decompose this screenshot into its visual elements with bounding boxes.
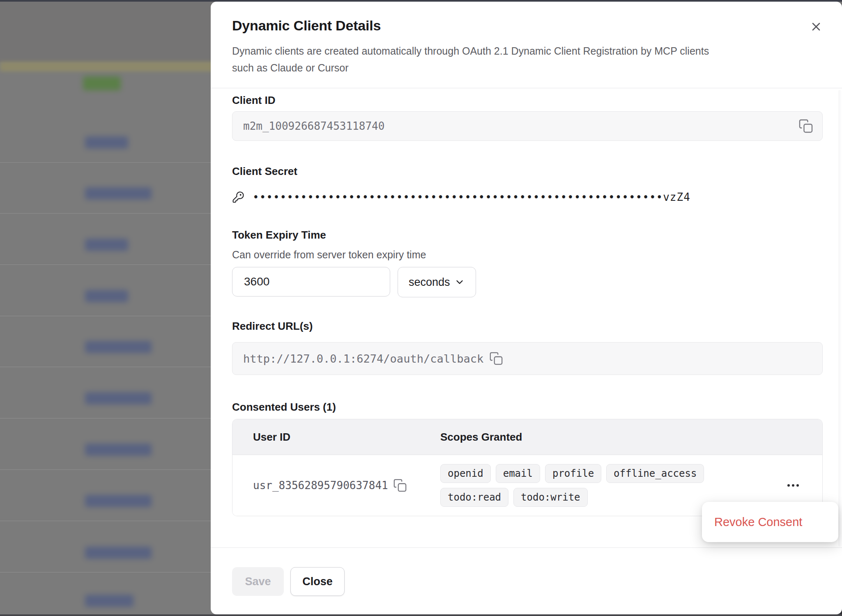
blurred-link bbox=[85, 392, 152, 405]
copy-icon bbox=[393, 478, 407, 492]
dialog-description-line: Dynamic clients are created automaticall… bbox=[232, 43, 823, 60]
dialog-scrollbar[interactable] bbox=[839, 90, 841, 547]
scope-chip: email bbox=[496, 464, 540, 483]
save-button[interactable]: Save bbox=[232, 567, 284, 596]
copy-redirect-url-button[interactable] bbox=[489, 352, 503, 365]
redirect-url-field: http://127.0.0.1:6274/oauth/callback bbox=[232, 342, 823, 375]
redirect-url-value: http://127.0.0.1:6274/oauth/callback bbox=[243, 352, 483, 365]
table-header-row: User ID Scopes Granted bbox=[232, 419, 822, 455]
token-expiry-label: Token Expiry Time bbox=[232, 229, 823, 241]
dialog-description: Dynamic clients are created automaticall… bbox=[232, 43, 823, 76]
blurred-link bbox=[85, 495, 152, 507]
blurred-link bbox=[85, 187, 152, 200]
consented-users-label: Consented Users (1) bbox=[232, 401, 823, 413]
row-divider bbox=[0, 572, 211, 572]
column-header-scopes-granted: Scopes Granted bbox=[440, 431, 711, 444]
token-expiry-unit-select[interactable]: seconds bbox=[398, 267, 476, 297]
dialog-header: Dynamic Client Details Dynamic clients a… bbox=[211, 2, 842, 88]
close-dialog-button[interactable] bbox=[807, 17, 826, 36]
copy-client-id-button[interactable] bbox=[798, 119, 813, 133]
token-expiry-controls: seconds bbox=[232, 267, 823, 297]
close-button[interactable]: Close bbox=[290, 567, 345, 596]
row-divider bbox=[0, 264, 211, 265]
user-id-value: usr_83562895790637841 bbox=[253, 479, 388, 492]
row-divider bbox=[0, 521, 211, 521]
redirect-urls-label: Redirect URL(s) bbox=[232, 320, 823, 332]
scopes-cell: openid email profile offline_access todo… bbox=[440, 464, 711, 507]
row-actions-menu-button[interactable] bbox=[784, 480, 803, 490]
key-icon bbox=[232, 191, 244, 203]
dialog-body: Client ID m2m_100926687453118740 Client … bbox=[211, 94, 842, 516]
row-divider bbox=[0, 213, 211, 214]
client-secret-masked-value[interactable]: ••••••••••••••••••••••••••••••••••••••••… bbox=[253, 191, 690, 203]
row-actions-context-menu: Revoke Consent bbox=[702, 502, 838, 542]
x-icon bbox=[810, 20, 823, 33]
dialog-title: Dynamic Client Details bbox=[232, 16, 823, 34]
chevron-down-icon bbox=[454, 277, 465, 287]
user-id-cell: usr_83562895790637841 bbox=[232, 478, 440, 492]
scope-chip: todo:read bbox=[440, 488, 508, 507]
scope-chip: todo:write bbox=[513, 488, 588, 507]
row-divider bbox=[0, 469, 211, 470]
blurred-status-badge bbox=[83, 76, 121, 90]
secret-mask-dots: ••••••••••••••••••••••••••••••••••••••••… bbox=[253, 191, 663, 203]
blurred-link bbox=[85, 595, 133, 607]
blurred-link bbox=[85, 290, 128, 302]
secret-visible-suffix: vzZ4 bbox=[663, 191, 690, 203]
row-divider bbox=[0, 418, 211, 418]
column-header-user-id: User ID bbox=[232, 431, 440, 444]
copy-icon bbox=[489, 352, 503, 365]
dynamic-client-details-dialog: Dynamic Client Details Dynamic clients a… bbox=[211, 2, 842, 614]
blurred-link bbox=[85, 547, 152, 559]
client-secret-label: Client Secret bbox=[232, 165, 823, 177]
scope-chip: profile bbox=[545, 464, 601, 483]
blurred-link bbox=[85, 341, 152, 353]
row-divider bbox=[0, 162, 211, 163]
token-expiry-helper: Can override from server token expiry ti… bbox=[232, 248, 823, 261]
row-divider bbox=[0, 367, 211, 367]
page-bottom-bar bbox=[0, 614, 842, 616]
client-id-label: Client ID bbox=[232, 94, 823, 106]
client-id-value: m2m_100926687453118740 bbox=[243, 120, 384, 132]
dialog-description-line: such as Claude or Cursor bbox=[232, 60, 823, 76]
copy-icon bbox=[798, 119, 813, 133]
token-expiry-unit-value: seconds bbox=[409, 276, 450, 289]
token-expiry-input[interactable] bbox=[232, 267, 390, 297]
row-divider bbox=[0, 316, 211, 316]
revoke-consent-menu-item[interactable]: Revoke Consent bbox=[714, 515, 802, 529]
dialog-footer: Save Close bbox=[211, 547, 842, 596]
ellipsis-icon bbox=[786, 483, 800, 488]
client-secret-row: ••••••••••••••••••••••••••••••••••••••••… bbox=[232, 190, 823, 205]
blurred-link bbox=[85, 444, 152, 456]
scope-chip: openid bbox=[440, 464, 491, 483]
blurred-link bbox=[85, 239, 128, 251]
client-id-field: m2m_100926687453118740 bbox=[232, 111, 823, 141]
copy-user-id-button[interactable] bbox=[393, 478, 407, 492]
blurred-link bbox=[85, 136, 128, 149]
scope-chip: offline_access bbox=[606, 464, 704, 483]
